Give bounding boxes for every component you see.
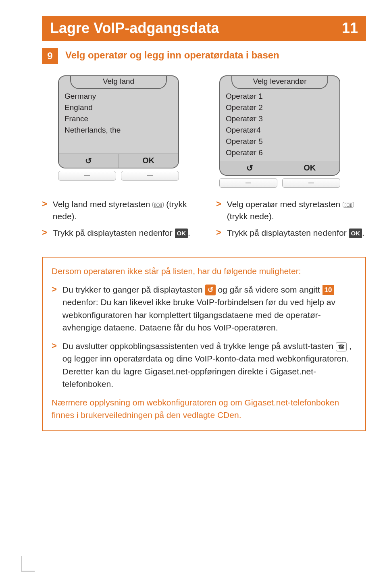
step-title: Velg operatør og legg inn operatørdata i… xyxy=(65,48,279,61)
text: Du trykker to ganger på displaytasten xyxy=(62,285,205,294)
page-number: 11 xyxy=(342,20,358,37)
instruction-text: Velg operatør med styretasten ▯▯ (trykk … xyxy=(227,198,366,223)
list-item: Operatør 5 xyxy=(226,136,334,147)
list-item: Germany xyxy=(64,91,173,102)
info-bullet-text: Du trykker to ganger på displaytasten ↺ … xyxy=(62,283,356,334)
step-number-badge: 9 xyxy=(42,48,58,64)
nav-key-icon: ▯▯ xyxy=(343,202,354,208)
info-lead: Dersom operatøren ikke står på listen, h… xyxy=(52,265,356,278)
softkey-ok: OK xyxy=(119,154,179,168)
text: Du avslutter oppkoblingsassistenten ved … xyxy=(62,341,336,351)
list-item: Operatør 3 xyxy=(226,113,334,125)
bullet-icon: > xyxy=(52,283,57,334)
instruction-item: > Trykk på displaytasten nedenfor OK. xyxy=(216,227,366,239)
instructions-left: > Velg land med styretasten ▯▯ (trykk ne… xyxy=(42,198,192,243)
ok-badge: OK xyxy=(175,229,188,238)
info-bullet: > Du avslutter oppkoblingsassistenten ve… xyxy=(52,340,356,391)
phone-left-softkeys: ↺ OK xyxy=(59,154,178,168)
phones-row: Velg land Germany England France Netherl… xyxy=(58,75,366,188)
hangup-key-icon: ☎ xyxy=(336,342,347,351)
list-item: Operatør4 xyxy=(226,125,334,136)
hw-key xyxy=(219,178,277,188)
title-bar: Lagre VoIP-adgangsdata 11 xyxy=(42,16,366,41)
list-item: France xyxy=(64,113,173,125)
bullet-icon: > xyxy=(52,340,57,391)
phone-right-header: Velg leverandør xyxy=(231,75,328,89)
phone-right-hwkeys xyxy=(219,178,340,188)
info-closing: Nærmere opplysning om webkonfiguratoren … xyxy=(52,396,356,422)
hw-key xyxy=(282,178,340,188)
text: og går så videre som angitt xyxy=(218,285,322,294)
softkey-ok: OK xyxy=(280,161,340,175)
list-item: Netherlands, the xyxy=(64,125,173,136)
hw-key xyxy=(121,171,179,181)
text: . xyxy=(362,228,364,237)
phone-left-header: Velg land xyxy=(70,75,167,89)
phone-left-list: Germany England France Netherlands, the xyxy=(59,89,178,154)
instruction-item: > Velg operatør med styretasten ▯▯ (tryk… xyxy=(216,198,366,223)
softkey-back: ↺ xyxy=(59,154,119,168)
bullet-icon: > xyxy=(42,227,47,239)
text: Velg operatør med styretasten xyxy=(227,199,343,209)
phone-right-list: Operatør 1 Operatør 2 Operatør 3 Operatø… xyxy=(220,89,339,161)
instructions-row: > Velg land med styretasten ▯▯ (trykk ne… xyxy=(42,198,366,243)
list-item: Operatør 1 xyxy=(226,91,334,102)
list-item: England xyxy=(64,102,173,113)
list-item: Operatør 2 xyxy=(226,102,334,113)
text: Trykk på displaytasten nedenfor xyxy=(227,228,349,237)
softkey-back: ↺ xyxy=(220,161,280,175)
hw-key xyxy=(58,171,116,181)
text: Trykk på displaytasten nedenfor xyxy=(53,228,175,237)
text: (trykk nede). xyxy=(227,212,274,221)
phone-left: Velg land Germany England France Netherl… xyxy=(58,75,179,188)
ok-badge: OK xyxy=(349,229,362,238)
page-title: Lagre VoIP-adgangsdata xyxy=(50,20,219,37)
text: . xyxy=(188,228,190,237)
phone-right-screen: Velg leverandør Operatør 1 Operatør 2 Op… xyxy=(219,75,340,176)
back-badge-icon: ↺ xyxy=(205,285,216,296)
instructions-right: > Velg operatør med styretasten ▯▯ (tryk… xyxy=(216,198,366,243)
info-bullet-text: Du avslutter oppkoblingsassistenten ved … xyxy=(62,340,356,391)
phone-left-hwkeys xyxy=(58,171,179,181)
text: Velg land med styretasten xyxy=(53,199,152,209)
info-bullet: > Du trykker to ganger på displaytasten … xyxy=(52,283,356,334)
instruction-text: Trykk på displaytasten nedenfor OK. xyxy=(53,227,190,239)
instruction-item: > Trykk på displaytasten nedenfor OK. xyxy=(42,227,192,239)
top-rule xyxy=(42,13,366,13)
instruction-text: Trykk på displaytasten nedenfor OK. xyxy=(227,227,364,239)
info-box: Dersom operatøren ikke står på listen, h… xyxy=(42,257,366,431)
text: nedenfor: Du kan likevel ikke bruke VoIP… xyxy=(62,297,335,332)
nav-key-icon: ▯▯ xyxy=(152,202,164,208)
phone-right-softkeys: ↺ OK xyxy=(220,161,339,175)
instruction-item: > Velg land med styretasten ▯▯ (trykk ne… xyxy=(42,198,192,223)
step-row: 9 Velg operatør og legg inn operatørdata… xyxy=(42,48,366,64)
list-item: Operatør 6 xyxy=(226,147,334,158)
crop-mark-icon xyxy=(21,556,35,572)
bullet-icon: > xyxy=(42,198,47,223)
instruction-text: Velg land med styretasten ▯▯ (trykk nede… xyxy=(53,198,192,223)
phone-right: Velg leverandør Operatør 1 Operatør 2 Op… xyxy=(219,75,340,188)
bullet-icon: > xyxy=(216,198,221,223)
step-ref-badge: 10 xyxy=(322,285,334,295)
phone-left-screen: Velg land Germany England France Netherl… xyxy=(58,75,179,168)
bullet-icon: > xyxy=(216,227,221,239)
